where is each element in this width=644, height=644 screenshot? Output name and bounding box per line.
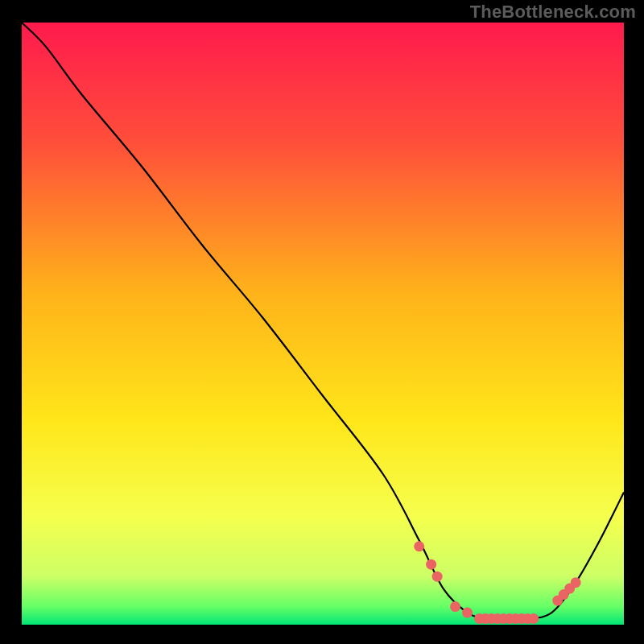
highlight-dot <box>571 577 581 588</box>
highlight-dot <box>462 608 473 618</box>
highlight-dot <box>528 613 539 624</box>
highlight-dot <box>414 541 424 551</box>
plot-background <box>22 23 624 625</box>
bottleneck-chart <box>0 0 644 644</box>
highlight-dot <box>432 572 443 582</box>
highlight-dot <box>426 559 436 570</box>
highlight-dot <box>450 601 460 612</box>
chart-frame: TheBottleneck.com <box>0 0 644 644</box>
